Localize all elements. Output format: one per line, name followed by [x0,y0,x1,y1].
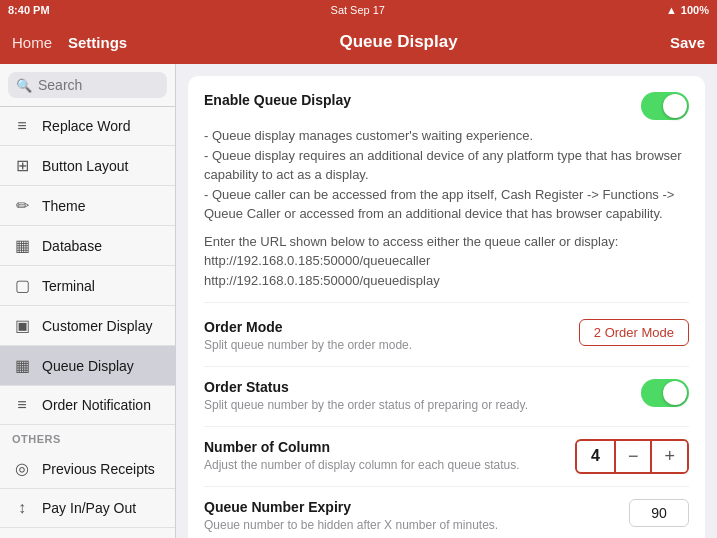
desc-line1: - Queue display manages customer's waiti… [204,128,533,143]
number-of-column-label: Number of Column [204,439,520,455]
settings-button[interactable]: Settings [68,34,127,51]
order-status-label: Order Status [204,379,528,395]
sidebar-item-label: Previous Receipts [42,461,155,477]
sidebar-item-label: Pay In/Pay Out [42,500,136,516]
search-input[interactable] [38,77,159,93]
column-stepper: 4 − + [575,439,689,474]
toggle-knob [663,94,687,118]
customer-display-icon: ▣ [12,316,32,335]
order-status-desc: Split queue number by the order status o… [204,397,528,414]
content-area: Enable Queue Display - Queue display man… [176,64,717,538]
sidebar-item-label: Replace Word [42,118,130,134]
sidebar-item-label: Queue Display [42,358,134,374]
enable-queue-desc: - Queue display manages customer's waiti… [204,126,689,224]
toggle-knob-2 [663,381,687,405]
queue-caller-url: http://192.168.0.185:50000/queuecaller [204,253,430,268]
search-icon: 🔍 [16,78,32,93]
sidebar-item-label: Order Notification [42,397,151,413]
search-box: 🔍 [0,64,175,107]
order-mode-info: Order Mode Split queue number by the ord… [204,319,412,354]
order-status-info: Order Status Split queue number by the o… [204,379,528,414]
top-bar: Home Settings Queue Display Save [0,20,717,64]
order-status-row: Order Status Split queue number by the o… [204,367,689,427]
theme-icon: ✏ [12,196,32,215]
queue-expiry-desc: Queue number to be hidden after X number… [204,517,498,534]
system-bar: 8:40 PM Sat Sep 17 ▲ 100% [0,0,717,20]
order-notification-icon: ≡ [12,396,32,414]
home-button[interactable]: Home [12,34,52,51]
sidebar-item-label: Customer Display [42,318,152,334]
url-info: Enter the URL shown below to access eith… [204,232,689,291]
terminal-icon: ▢ [12,276,32,295]
sidebar-item-button-layout[interactable]: ⊞ Button Layout [0,146,175,186]
column-value: 4 [577,442,614,470]
queue-display-icon: ▦ [12,356,32,375]
url-intro: Enter the URL shown below to access eith… [204,234,618,249]
queue-expiry-label: Queue Number Expiry [204,499,498,515]
stepper-decrease-button[interactable]: − [614,441,651,472]
database-icon: ▦ [12,236,32,255]
order-mode-button[interactable]: 2 Order Mode [579,319,689,346]
sidebar-item-pay-in-pay-out[interactable]: ↕ Pay In/Pay Out [0,489,175,528]
sidebar-item-label: Database [42,238,102,254]
enable-queue-section: Enable Queue Display - Queue display man… [204,92,689,303]
sidebar-item-previous-receipts[interactable]: ◎ Previous Receipts [0,449,175,489]
search-input-wrap[interactable]: 🔍 [8,72,167,98]
stepper-increase-button[interactable]: + [650,441,687,472]
system-date: Sat Sep 17 [50,4,666,16]
save-button[interactable]: Save [670,34,705,51]
number-of-column-info: Number of Column Adjust the number of di… [204,439,520,474]
sidebar-item-theme[interactable]: ✏ Theme [0,186,175,226]
sidebar-item-custody[interactable]: 🔒 Custody [0,528,175,538]
enable-queue-label: Enable Queue Display [204,92,351,108]
main-layout: 🔍 ≡ Replace Word ⊞ Button Layout ✏ Theme… [0,64,717,538]
wifi-icon: ▲ [666,4,677,16]
replace-word-icon: ≡ [12,117,32,135]
queue-display-url: http://192.168.0.185:50000/queuedisplay [204,273,440,288]
number-of-column-row: Number of Column Adjust the number of di… [204,427,689,487]
enable-queue-header: Enable Queue Display [204,92,689,120]
system-time: 8:40 PM [8,4,50,16]
desc-line3: - Queue caller can be accessed from the … [204,187,674,222]
sidebar-item-replace-word[interactable]: ≡ Replace Word [0,107,175,146]
sidebar: 🔍 ≡ Replace Word ⊞ Button Layout ✏ Theme… [0,64,176,538]
sidebar-item-database[interactable]: ▦ Database [0,226,175,266]
order-mode-desc: Split queue number by the order mode. [204,337,412,354]
sidebar-item-label: Terminal [42,278,95,294]
enable-queue-toggle[interactable] [641,92,689,120]
previous-receipts-icon: ◎ [12,459,32,478]
sidebar-item-queue-display[interactable]: ▦ Queue Display [0,346,175,386]
system-status-right: ▲ 100% [666,4,709,16]
sidebar-item-order-notification[interactable]: ≡ Order Notification [0,386,175,425]
button-layout-icon: ⊞ [12,156,32,175]
top-bar-left: Home Settings [12,34,127,51]
sidebar-item-label: Theme [42,198,86,214]
queue-expiry-row: Queue Number Expiry Queue number to be h… [204,487,689,538]
queue-expiry-input[interactable] [629,499,689,527]
number-of-column-desc: Adjust the number of display column for … [204,457,520,474]
sidebar-item-terminal[interactable]: ▢ Terminal [0,266,175,306]
sidebar-item-label: Button Layout [42,158,128,174]
queue-expiry-info: Queue Number Expiry Queue number to be h… [204,499,498,534]
sidebar-item-customer-display[interactable]: ▣ Customer Display [0,306,175,346]
order-status-toggle[interactable] [641,379,689,407]
desc-line2: - Queue display requires an additional d… [204,148,682,183]
page-title: Queue Display [340,32,458,52]
order-mode-row: Order Mode Split queue number by the ord… [204,307,689,367]
settings-card: Enable Queue Display - Queue display man… [188,76,705,538]
pay-icon: ↕ [12,499,32,517]
others-section-label: OTHERS [0,425,175,449]
battery-level: 100% [681,4,709,16]
order-mode-label: Order Mode [204,319,412,335]
